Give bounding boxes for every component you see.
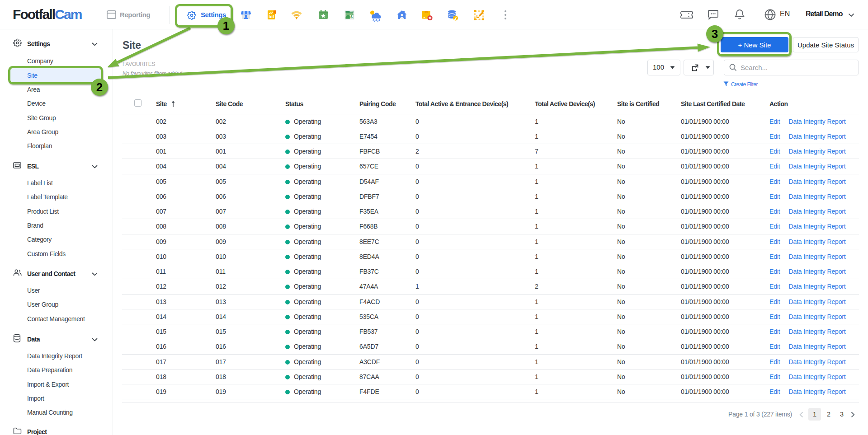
svg-text:$: $ — [350, 14, 353, 19]
